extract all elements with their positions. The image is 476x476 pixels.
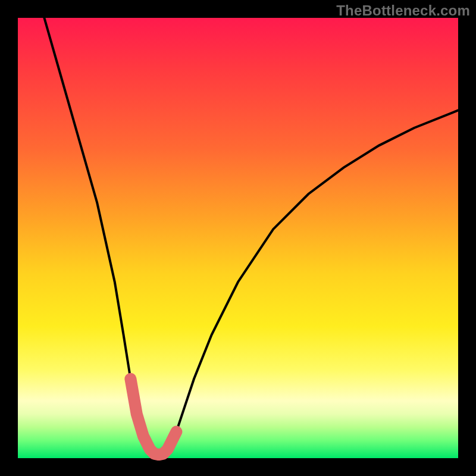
highlight-marker — [171, 427, 181, 437]
highlight-marker — [125, 374, 136, 384]
curve-layer — [18, 18, 458, 458]
plot-area — [18, 18, 458, 458]
chart-frame: TheBottleneck.com — [0, 0, 476, 476]
watermark-text: TheBottleneck.com — [336, 2, 470, 19]
bottleneck-curve — [44, 18, 458, 455]
highlight-segment — [130, 379, 176, 455]
